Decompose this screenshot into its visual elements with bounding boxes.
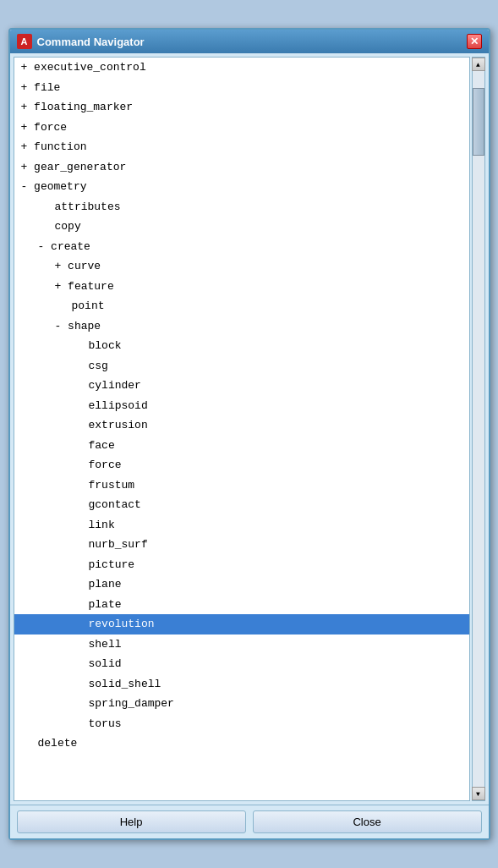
title-bar: A Command Navigator ✕ xyxy=(10,30,489,53)
tree-item-frustum[interactable]: frustum xyxy=(14,475,469,496)
content-area: + executive_control+ file+ floating_mark… xyxy=(10,53,489,805)
tree-item-csg[interactable]: csg xyxy=(14,356,469,376)
tree-item-function[interactable]: + function xyxy=(14,137,469,157)
tree-item-picture[interactable]: picture xyxy=(14,555,469,575)
tree-item-create[interactable]: - create xyxy=(14,237,469,257)
tree-item-spring_damper[interactable]: spring_damper xyxy=(14,694,469,714)
tree-item-nurb_surf[interactable]: nurb_surf xyxy=(14,535,469,555)
tree-item-executive_control[interactable]: + executive_control xyxy=(14,58,469,78)
title-close-button[interactable]: ✕ xyxy=(467,34,482,49)
scroll-track xyxy=(473,71,484,787)
scroll-thumb[interactable] xyxy=(473,88,484,156)
tree-item-block[interactable]: block xyxy=(14,336,469,356)
scroll-down-button[interactable]: ▼ xyxy=(472,787,485,800)
tree-item-point[interactable]: point xyxy=(14,296,469,316)
window-title: Command Navigator xyxy=(37,36,145,48)
tree-container[interactable]: + executive_control+ file+ floating_mark… xyxy=(14,57,470,801)
tree-item-force[interactable]: force xyxy=(14,455,469,475)
tree-item-ellipsoid[interactable]: ellipsoid xyxy=(14,396,469,416)
tree-item-revolution[interactable]: revolution xyxy=(14,614,469,635)
tree-item-gear_generator[interactable]: + gear_generator xyxy=(14,157,469,178)
tree-item-attributes[interactable]: attributes xyxy=(14,197,469,217)
command-navigator-window: A Command Navigator ✕ + executive_contro… xyxy=(8,28,490,840)
tree-item-feature[interactable]: + feature xyxy=(14,277,469,297)
close-button[interactable]: Close xyxy=(253,810,482,833)
tree-item-solid[interactable]: solid xyxy=(14,654,469,674)
tree-item-shape[interactable]: - shape xyxy=(14,316,469,337)
tree-item-geometry[interactable]: - geometry xyxy=(14,177,469,197)
tree-item-file[interactable]: + file xyxy=(14,78,469,98)
tree-item-plane[interactable]: plane xyxy=(14,574,469,595)
tree-item-extrusion[interactable]: extrusion xyxy=(14,415,469,436)
tree-item-floating_marker[interactable]: + floating_marker xyxy=(14,97,469,118)
footer: Help Close xyxy=(10,805,489,838)
tree-item-solid_shell[interactable]: solid_shell xyxy=(14,674,469,695)
tree-item-cylinder[interactable]: cylinder xyxy=(14,376,469,396)
tree-item-shell[interactable]: shell xyxy=(14,635,469,655)
tree-item-plate[interactable]: plate xyxy=(14,595,469,615)
tree-item-face[interactable]: face xyxy=(14,436,469,456)
tree-item-link[interactable]: link xyxy=(14,515,469,536)
help-button[interactable]: Help xyxy=(17,810,246,833)
tree-item-gcontact[interactable]: gcontact xyxy=(14,495,469,515)
tree-item-force_top[interactable]: + force xyxy=(14,118,469,138)
tree-item-curve[interactable]: + curve xyxy=(14,256,469,277)
tree-item-delete[interactable]: delete xyxy=(14,733,469,754)
scrollbar: ▲ ▼ xyxy=(472,57,485,801)
title-bar-left: A Command Navigator xyxy=(17,34,145,49)
scroll-up-button[interactable]: ▲ xyxy=(472,58,485,71)
tree-item-torus[interactable]: torus xyxy=(14,714,469,734)
app-icon: A xyxy=(17,34,32,49)
tree-item-copy[interactable]: copy xyxy=(14,217,469,237)
